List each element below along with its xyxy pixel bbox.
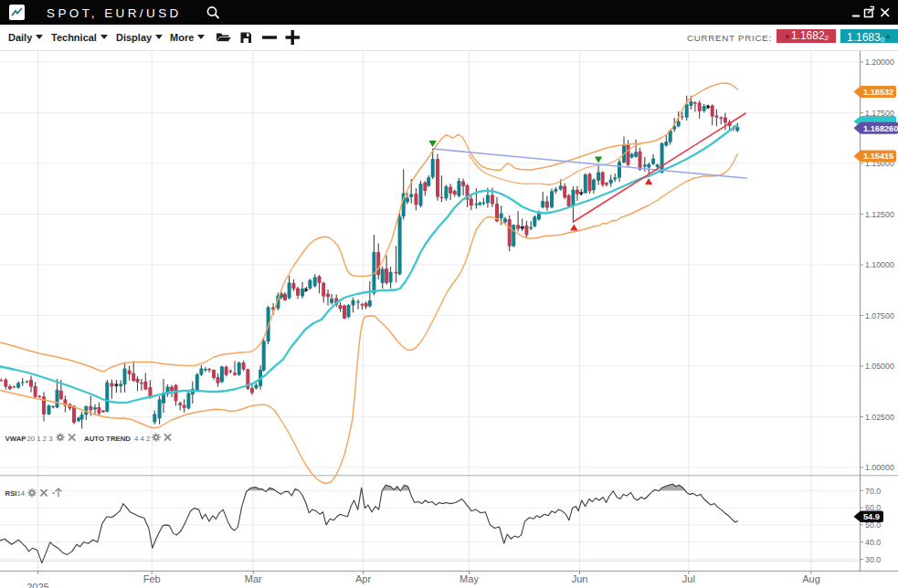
svg-text:1.10000: 1.10000 [865, 260, 894, 269]
svg-text:2025: 2025 [26, 582, 48, 588]
svg-text:Apr: Apr [355, 573, 371, 584]
svg-text:Jul: Jul [682, 573, 695, 584]
svg-text:RSI: RSI [5, 489, 17, 498]
svg-text:1.18532: 1.18532 [863, 88, 893, 97]
svg-text:1.00000: 1.00000 [865, 463, 894, 472]
svg-text:1.15415: 1.15415 [863, 152, 893, 161]
svg-text:Jun: Jun [572, 573, 588, 584]
svg-text:14: 14 [17, 489, 26, 498]
svg-text:AUTO TREND: AUTO TREND [84, 435, 131, 443]
svg-text:1.168260: 1.168260 [863, 124, 898, 133]
svg-text:Aug: Aug [802, 573, 820, 584]
svg-text:20 1 2 3: 20 1 2 3 [27, 435, 53, 443]
svg-text:Mar: Mar [245, 573, 262, 584]
svg-text:1.02500: 1.02500 [865, 413, 894, 422]
svg-text:Feb: Feb [143, 573, 161, 584]
svg-text:70.0: 70.0 [865, 487, 881, 496]
svg-text:1.05000: 1.05000 [865, 362, 894, 371]
svg-text:May: May [460, 573, 479, 584]
svg-text:4 4 2: 4 4 2 [134, 435, 150, 443]
svg-text:VWAP: VWAP [5, 435, 26, 443]
svg-text:1.12500: 1.12500 [865, 210, 894, 219]
svg-text:30.0: 30.0 [865, 555, 881, 564]
svg-text:1.07500: 1.07500 [865, 311, 894, 320]
svg-text:1.20000: 1.20000 [865, 58, 894, 67]
svg-text:40.0: 40.0 [865, 538, 881, 547]
svg-text:54.9: 54.9 [863, 512, 880, 521]
